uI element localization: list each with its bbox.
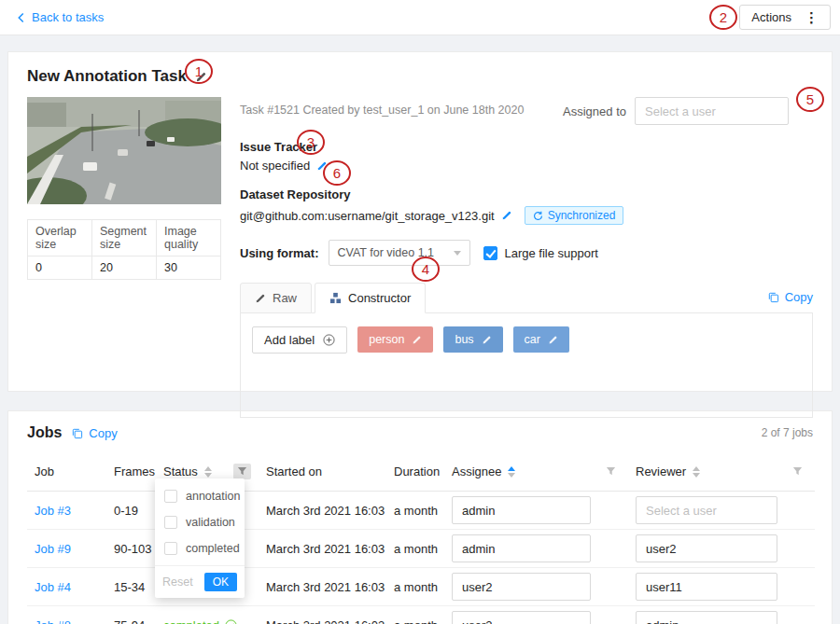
- column-header-frames[interactable]: Frames: [106, 452, 156, 492]
- job-link[interactable]: Job #8: [35, 618, 71, 624]
- more-menu-icon[interactable]: ⋮: [805, 10, 819, 24]
- column-header-job[interactable]: Job: [27, 452, 106, 492]
- column-header-assignee[interactable]: Assignee: [444, 452, 598, 492]
- filter-option-validation-label: validation: [186, 516, 235, 529]
- chevron-down-icon: [454, 251, 461, 256]
- format-select[interactable]: CVAT for video 1.1: [329, 240, 470, 266]
- tab-constructor[interactable]: Constructor: [315, 283, 426, 313]
- jobs-table: Job Frames Status Started on Duration: [27, 452, 815, 624]
- job-started: March 3rd 2021 16:03: [259, 568, 386, 606]
- label-chip-person-name: person: [369, 333, 404, 346]
- column-status-label: Status: [163, 465, 198, 478]
- status-sort-icon[interactable]: [204, 466, 212, 478]
- add-label-text: Add label: [264, 333, 315, 347]
- topbar: Back to tasks Actions ⋮: [0, 0, 840, 35]
- block-icon: [329, 292, 342, 304]
- job-duration: a month: [386, 606, 444, 624]
- tab-raw-label: Raw: [273, 291, 297, 305]
- filter-reset-button[interactable]: Reset: [162, 575, 193, 589]
- label-chip-person[interactable]: person: [357, 326, 433, 353]
- back-to-tasks-link[interactable]: Back to tasks: [17, 10, 104, 24]
- status-filter-icon[interactable]: [233, 464, 251, 479]
- param-header-segment: Segment size: [92, 220, 157, 257]
- tab-raw[interactable]: Raw: [240, 283, 312, 313]
- edit-task-name-icon[interactable]: [195, 71, 207, 83]
- filter-option-annotation[interactable]: annotation: [155, 483, 245, 509]
- edit-label-icon[interactable]: [482, 335, 492, 345]
- pencil-icon: [255, 293, 266, 304]
- reviewer-filter-cell[interactable]: [785, 452, 815, 492]
- reviewer-input[interactable]: [636, 534, 777, 562]
- assignee-input[interactable]: [452, 611, 591, 624]
- edit-label-icon[interactable]: [412, 335, 422, 345]
- jobs-title: Jobs: [27, 424, 62, 441]
- reviewer-filter-icon[interactable]: [792, 450, 807, 493]
- job-link[interactable]: Job #3: [35, 504, 71, 518]
- chevron-left-icon: [17, 12, 25, 23]
- labels-copy-label: Copy: [785, 290, 813, 304]
- job-duration: a month: [386, 492, 444, 530]
- job-frames: 75-94: [106, 606, 156, 624]
- assignee-input[interactable]: [452, 496, 591, 524]
- checkbox-unchecked-icon[interactable]: [164, 490, 177, 503]
- job-started: March 3rd 2021 16:03: [259, 530, 386, 568]
- assignee-filter-icon[interactable]: [606, 450, 621, 493]
- labels-copy-button[interactable]: Copy: [767, 290, 813, 312]
- column-started-label: Started on: [266, 465, 322, 478]
- add-label-button[interactable]: Add label: [252, 326, 347, 354]
- job-duration: a month: [386, 568, 444, 606]
- label-chip-bus[interactable]: bus: [443, 326, 502, 353]
- assignee-select-input[interactable]: [635, 97, 789, 125]
- tab-constructor-label: Constructor: [348, 291, 411, 305]
- actions-button[interactable]: Actions ⋮: [739, 5, 831, 30]
- param-header-overlap: Overlap size: [28, 220, 92, 257]
- assignee-input[interactable]: [452, 573, 591, 601]
- assigned-to-label: Assigned to: [563, 104, 626, 118]
- filter-ok-button[interactable]: OK: [204, 573, 237, 591]
- assignee-sort-icon[interactable]: [508, 466, 515, 478]
- job-link[interactable]: Job #4: [35, 580, 71, 594]
- job-frames: 15-34: [106, 568, 156, 606]
- jobs-copy-button[interactable]: Copy: [71, 426, 117, 440]
- reviewer-input[interactable]: [636, 573, 777, 601]
- param-value-overlap: 0: [28, 257, 92, 280]
- large-file-support-checkbox[interactable]: Large file support: [483, 246, 598, 260]
- reviewer-input[interactable]: [636, 496, 777, 524]
- job-status-completed: completed: [163, 618, 237, 624]
- job-link[interactable]: Job #9: [35, 542, 71, 556]
- reviewer-input[interactable]: [636, 611, 777, 624]
- param-header-quality: Image quality: [157, 220, 221, 257]
- jobs-card: Jobs Copy 2 of 7 jobs Job Frames Status: [7, 410, 833, 624]
- label-chip-car[interactable]: car: [513, 326, 569, 353]
- param-value-segment: 20: [92, 257, 157, 280]
- format-selected-value: CVAT for video 1.1: [338, 246, 435, 259]
- edit-issue-tracker-icon[interactable]: [316, 160, 328, 172]
- filter-option-completed[interactable]: completed: [155, 535, 245, 562]
- checkbox-checked-icon[interactable]: [483, 246, 497, 260]
- column-header-started[interactable]: Started on: [259, 452, 386, 492]
- task-preview-image: [27, 97, 221, 204]
- column-reviewer-label: Reviewer: [636, 465, 686, 478]
- using-format-label: Using format:: [240, 246, 319, 260]
- assignee-filter-cell[interactable]: [598, 452, 628, 492]
- checkbox-unchecked-icon[interactable]: [164, 542, 177, 555]
- edit-repository-icon[interactable]: [501, 210, 512, 221]
- sync-icon: [533, 211, 543, 221]
- actions-label: Actions: [751, 10, 791, 24]
- column-job-label: Job: [35, 465, 54, 478]
- checkbox-unchecked-icon[interactable]: [164, 516, 177, 529]
- dataset-repository-url: git@github.com:username/git_storage_v123…: [240, 209, 495, 223]
- labels-constructor-panel: Add label person bus car: [240, 313, 813, 418]
- copy-icon: [767, 291, 779, 303]
- column-header-reviewer[interactable]: Reviewer: [628, 452, 785, 492]
- job-duration: a month: [386, 530, 444, 568]
- plus-circle-icon: [323, 334, 335, 346]
- filter-option-validation[interactable]: validation: [155, 509, 245, 535]
- filter-option-annotation-label: annotation: [186, 490, 240, 503]
- reviewer-sort-icon[interactable]: [693, 466, 700, 478]
- column-header-duration[interactable]: Duration: [386, 452, 444, 492]
- synchronized-label: Synchronized: [548, 209, 616, 222]
- assignee-input[interactable]: [452, 534, 591, 562]
- edit-label-icon[interactable]: [548, 335, 558, 345]
- column-assignee-label: Assignee: [452, 465, 501, 478]
